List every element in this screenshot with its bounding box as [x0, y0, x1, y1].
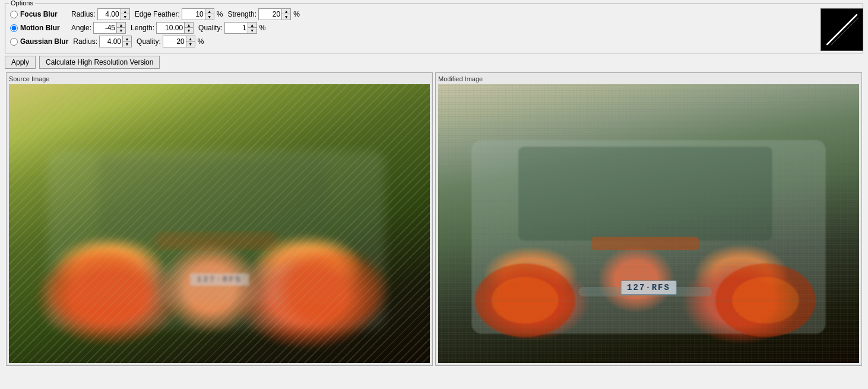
strength-unit: %: [293, 10, 300, 18]
motion-blur-angle-group: Angle: ▲ ▼: [71, 22, 126, 34]
radius-spinner-gaussian[interactable]: ▲ ▼: [99, 36, 132, 47]
source-image-title: Source Image: [9, 75, 430, 82]
quality-down-gaussian[interactable]: ▼: [186, 42, 195, 47]
svg-rect-11: [518, 147, 772, 241]
svg-point-7: [50, 252, 153, 329]
quality-input-gaussian[interactable]: [163, 36, 186, 47]
angle-spinner-buttons: ▲ ▼: [116, 23, 125, 33]
motion-blur-radio[interactable]: [10, 24, 18, 32]
svg-rect-9: [156, 233, 277, 249]
radius-label-focus: Radius:: [71, 10, 96, 18]
radius-label-gaussian: Radius:: [73, 37, 97, 46]
calculate-button[interactable]: Calculate High Resolution Version: [39, 56, 160, 69]
source-image-canvas: 127·RFS: [9, 84, 430, 363]
edgefeather-unit: %: [217, 10, 223, 18]
focus-blur-row: Focus Blur Radius: ▲ ▼ Edge Feather: ▲: [10, 8, 858, 20]
quality-down-motion[interactable]: ▼: [248, 28, 256, 33]
quality-label-motion: Quality:: [198, 24, 223, 32]
quality-spinner-gaussian[interactable]: ▲ ▼: [163, 36, 195, 47]
thumbnail-content: [821, 9, 863, 50]
motion-blur-length-group: Length: ▲ ▼: [131, 22, 194, 34]
modified-image-canvas: 127·RFS: [438, 84, 859, 363]
angle-up[interactable]: ▲: [117, 23, 125, 28]
options-group: Options Focus Blur Radius: ▲ ▼ Edge Feat…: [5, 4, 863, 53]
focus-blur-radius-group: Radius: ▲ ▼: [71, 8, 130, 20]
strength-spinner[interactable]: ▲ ▼: [258, 8, 291, 20]
edgefeather-spinner[interactable]: ▲ ▼: [182, 8, 214, 20]
radius-down-gaussian[interactable]: ▼: [123, 42, 131, 47]
quality-unit-gaussian: %: [198, 37, 204, 46]
focus-blur-radio[interactable]: [10, 11, 18, 18]
edgefeather-label: Edge Feather:: [135, 10, 180, 18]
quality-spinner-buttons-motion: ▲ ▼: [248, 23, 256, 33]
source-car-svg: [9, 84, 430, 363]
length-up[interactable]: ▲: [185, 23, 193, 28]
quality-spinner-motion[interactable]: ▲ ▼: [224, 22, 257, 34]
focus-blur-label[interactable]: Focus Blur: [10, 10, 66, 18]
gaussian-blur-radius-group: Radius: ▲ ▼: [73, 36, 132, 47]
radius-spinner-focus[interactable]: ▲ ▼: [97, 8, 130, 20]
length-label: Length:: [131, 24, 154, 32]
angle-label: Angle:: [71, 24, 91, 32]
modified-image-panel: Modified Image: [435, 72, 862, 366]
radius-down-focus[interactable]: ▼: [121, 14, 129, 20]
svg-rect-5: [98, 157, 328, 240]
radius-input-gaussian[interactable]: [100, 36, 122, 47]
focus-blur-edgefeather-group: Edge Feather: ▲ ▼ %: [135, 8, 223, 20]
strength-up[interactable]: ▲: [282, 9, 290, 14]
thumbnail-svg: [824, 12, 860, 47]
radius-up-focus[interactable]: ▲: [121, 9, 129, 14]
length-input[interactable]: [157, 23, 184, 33]
options-legend: Options: [9, 0, 35, 7]
quality-unit-motion: %: [259, 24, 266, 32]
svg-rect-17: [592, 237, 699, 251]
strength-label: Strength:: [227, 10, 256, 18]
strength-spinner-buttons: ▲ ▼: [281, 9, 290, 20]
angle-down[interactable]: ▼: [117, 28, 125, 33]
angle-spinner[interactable]: ▲ ▼: [93, 22, 126, 34]
radius-spinner-buttons-gaussian: ▲ ▼: [122, 36, 131, 47]
focus-blur-strength-group: Strength: ▲ ▼ %: [227, 8, 299, 20]
motion-blur-label[interactable]: Motion Blur: [10, 24, 66, 32]
length-down[interactable]: ▼: [185, 28, 193, 33]
gaussian-blur-label[interactable]: Gaussian Blur: [10, 37, 68, 46]
strength-down[interactable]: ▼: [282, 14, 290, 20]
motion-blur-row: Motion Blur Angle: ▲ ▼ Length: ▲: [10, 22, 858, 34]
gaussian-blur-row: Gaussian Blur Radius: ▲ ▼ Quality: ▲: [10, 36, 858, 47]
buttons-row: Apply Calculate High Resolution Version: [5, 56, 863, 69]
quality-up-gaussian[interactable]: ▲: [186, 36, 195, 42]
modified-license-plate: 127·RFS: [620, 280, 677, 295]
strength-input[interactable]: [259, 9, 281, 20]
preview-thumbnail: [821, 8, 863, 51]
edgefeather-spinner-buttons: ▲ ▼: [205, 9, 214, 20]
quality-spinner-buttons-gaussian: ▲ ▼: [186, 36, 195, 47]
svg-point-8: [283, 252, 385, 329]
modified-image-title: Modified Image: [438, 75, 859, 82]
motion-blur-quality-group: Quality: ▲ ▼ %: [198, 22, 265, 34]
angle-input[interactable]: [94, 23, 116, 33]
radius-input-focus[interactable]: [98, 9, 121, 20]
length-spinner[interactable]: ▲ ▼: [156, 22, 194, 34]
quality-up-motion[interactable]: ▲: [248, 23, 256, 28]
quality-label-gaussian: Quality:: [137, 37, 161, 46]
apply-button[interactable]: Apply: [5, 56, 36, 69]
edgefeather-up[interactable]: ▲: [205, 9, 214, 14]
radius-up-gaussian[interactable]: ▲: [123, 36, 131, 42]
gaussian-blur-quality-group: Quality: ▲ ▼ %: [137, 36, 204, 47]
radius-spinner-buttons-focus: ▲ ▼: [121, 9, 129, 20]
modified-car-svg: [438, 84, 859, 363]
gaussian-blur-radio[interactable]: [10, 38, 18, 46]
edgefeather-input[interactable]: [182, 9, 205, 20]
length-spinner-buttons: ▲ ▼: [184, 23, 193, 33]
source-license-plate: 127·RFS: [190, 273, 249, 286]
source-image-panel: Source Image: [6, 72, 433, 366]
images-section: Source Image: [0, 72, 868, 371]
quality-input-motion[interactable]: [225, 23, 248, 33]
edgefeather-down[interactable]: ▼: [205, 14, 214, 20]
